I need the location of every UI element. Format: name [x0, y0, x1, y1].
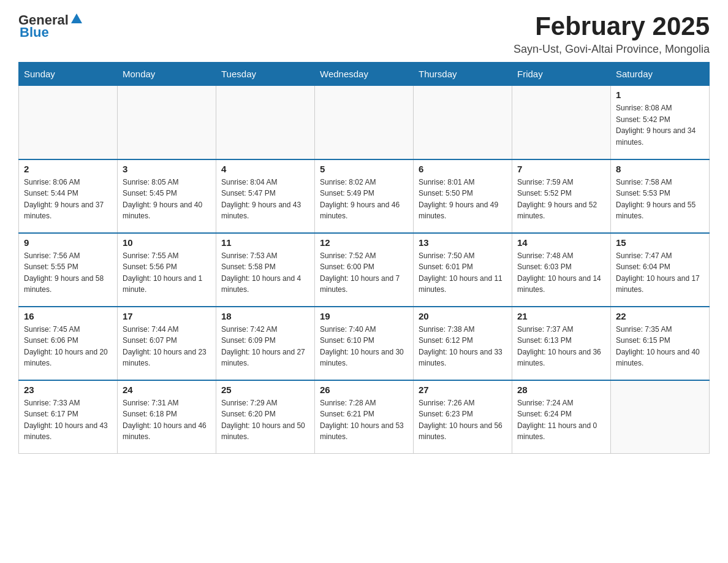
- calendar-cell: [19, 86, 118, 159]
- day-number: 9: [24, 237, 112, 248]
- day-info: Sunrise: 7:52 AMSunset: 6:00 PMDaylight:…: [320, 250, 408, 296]
- day-number: 24: [123, 385, 211, 395]
- calendar-week-row: 2Sunrise: 8:06 AMSunset: 5:44 PMDaylight…: [19, 159, 710, 233]
- day-info: Sunrise: 7:55 AMSunset: 5:56 PMDaylight:…: [123, 250, 211, 296]
- calendar-week-row: 9Sunrise: 7:56 AMSunset: 5:55 PMDaylight…: [19, 233, 710, 307]
- calendar-cell: 24Sunrise: 7:31 AMSunset: 6:18 PMDayligh…: [118, 380, 216, 454]
- calendar-cell: 5Sunrise: 8:02 AMSunset: 5:49 PMDaylight…: [315, 159, 414, 233]
- calendar-header-friday: Friday: [512, 63, 611, 86]
- calendar-cell: 2Sunrise: 8:06 AMSunset: 5:44 PMDaylight…: [19, 159, 118, 233]
- day-info: Sunrise: 7:47 AMSunset: 6:04 PMDaylight:…: [616, 250, 704, 296]
- calendar-cell: 8Sunrise: 7:58 AMSunset: 5:53 PMDaylight…: [611, 159, 710, 233]
- calendar-cell: 15Sunrise: 7:47 AMSunset: 6:04 PMDayligh…: [611, 233, 710, 307]
- logo: General Blue: [18, 12, 83, 40]
- calendar-cell: [315, 86, 414, 159]
- calendar-header-row: SundayMondayTuesdayWednesdayThursdayFrid…: [19, 63, 710, 86]
- day-number: 6: [419, 164, 507, 174]
- day-info: Sunrise: 7:45 AMSunset: 6:06 PMDaylight:…: [24, 324, 112, 369]
- calendar-cell: 23Sunrise: 7:33 AMSunset: 6:17 PMDayligh…: [19, 380, 118, 454]
- day-info: Sunrise: 8:05 AMSunset: 5:45 PMDaylight:…: [123, 177, 211, 222]
- location-title: Sayn-Ust, Govi-Altai Province, Mongolia: [514, 43, 710, 56]
- calendar-cell: 9Sunrise: 7:56 AMSunset: 5:55 PMDaylight…: [19, 233, 118, 307]
- calendar-cell: 1Sunrise: 8:08 AMSunset: 5:42 PMDaylight…: [611, 86, 710, 159]
- svg-marker-0: [71, 13, 82, 23]
- page-header: General Blue February 2025 Sayn-Ust, Gov…: [18, 12, 710, 56]
- logo-icon: [70, 12, 83, 26]
- calendar-cell: [611, 380, 710, 454]
- calendar-cell: 6Sunrise: 8:01 AMSunset: 5:50 PMDaylight…: [414, 159, 512, 233]
- day-number: 1: [616, 90, 704, 100]
- calendar-week-row: 1Sunrise: 8:08 AMSunset: 5:42 PMDaylight…: [19, 86, 710, 159]
- calendar-cell: 12Sunrise: 7:52 AMSunset: 6:00 PMDayligh…: [315, 233, 414, 307]
- calendar-header-monday: Monday: [118, 63, 216, 86]
- day-number: 10: [123, 237, 211, 248]
- calendar-cell: 16Sunrise: 7:45 AMSunset: 6:06 PMDayligh…: [19, 307, 118, 380]
- day-info: Sunrise: 7:35 AMSunset: 6:15 PMDaylight:…: [616, 324, 704, 369]
- calendar-cell: 19Sunrise: 7:40 AMSunset: 6:10 PMDayligh…: [315, 307, 414, 380]
- day-info: Sunrise: 7:48 AMSunset: 6:03 PMDaylight:…: [517, 250, 605, 296]
- calendar-week-row: 23Sunrise: 7:33 AMSunset: 6:17 PMDayligh…: [19, 380, 710, 454]
- calendar-cell: 3Sunrise: 8:05 AMSunset: 5:45 PMDaylight…: [118, 159, 216, 233]
- day-info: Sunrise: 7:40 AMSunset: 6:10 PMDaylight:…: [320, 324, 408, 369]
- day-number: 5: [320, 164, 408, 174]
- calendar-cell: 26Sunrise: 7:28 AMSunset: 6:21 PMDayligh…: [315, 380, 414, 454]
- day-number: 8: [616, 164, 704, 174]
- day-info: Sunrise: 7:50 AMSunset: 6:01 PMDaylight:…: [419, 250, 507, 296]
- day-number: 19: [320, 311, 408, 321]
- day-number: 26: [320, 385, 408, 395]
- day-number: 7: [517, 164, 605, 174]
- day-info: Sunrise: 8:02 AMSunset: 5:49 PMDaylight:…: [320, 177, 408, 222]
- calendar-cell: 20Sunrise: 7:38 AMSunset: 6:12 PMDayligh…: [414, 307, 512, 380]
- calendar-cell: 18Sunrise: 7:42 AMSunset: 6:09 PMDayligh…: [216, 307, 315, 380]
- day-number: 13: [419, 237, 507, 248]
- calendar-cell: [414, 86, 512, 159]
- day-number: 28: [517, 385, 605, 395]
- calendar-cell: [118, 86, 216, 159]
- title-block: February 2025 Sayn-Ust, Govi-Altai Provi…: [514, 12, 710, 56]
- day-number: 25: [221, 385, 309, 395]
- day-info: Sunrise: 7:58 AMSunset: 5:53 PMDaylight:…: [616, 177, 704, 222]
- day-number: 17: [123, 311, 211, 321]
- calendar-header-thursday: Thursday: [414, 63, 512, 86]
- calendar-table: SundayMondayTuesdayWednesdayThursdayFrid…: [18, 62, 710, 454]
- day-number: 3: [123, 164, 211, 174]
- day-info: Sunrise: 8:04 AMSunset: 5:47 PMDaylight:…: [221, 177, 309, 222]
- calendar-cell: 17Sunrise: 7:44 AMSunset: 6:07 PMDayligh…: [118, 307, 216, 380]
- day-number: 4: [221, 164, 309, 174]
- calendar-cell: [512, 86, 611, 159]
- day-info: Sunrise: 7:33 AMSunset: 6:17 PMDaylight:…: [24, 397, 112, 443]
- day-number: 15: [616, 237, 704, 248]
- day-number: 21: [517, 311, 605, 321]
- calendar-cell: 28Sunrise: 7:24 AMSunset: 6:24 PMDayligh…: [512, 380, 611, 454]
- day-info: Sunrise: 7:42 AMSunset: 6:09 PMDaylight:…: [221, 324, 309, 369]
- day-info: Sunrise: 7:26 AMSunset: 6:23 PMDaylight:…: [419, 397, 507, 443]
- day-number: 20: [419, 311, 507, 321]
- day-number: 18: [221, 311, 309, 321]
- calendar-cell: 4Sunrise: 8:04 AMSunset: 5:47 PMDaylight…: [216, 159, 315, 233]
- day-info: Sunrise: 7:29 AMSunset: 6:20 PMDaylight:…: [221, 397, 309, 443]
- calendar-header-saturday: Saturday: [611, 63, 710, 86]
- day-info: Sunrise: 7:31 AMSunset: 6:18 PMDaylight:…: [123, 397, 211, 443]
- calendar-cell: 13Sunrise: 7:50 AMSunset: 6:01 PMDayligh…: [414, 233, 512, 307]
- calendar-cell: 7Sunrise: 7:59 AMSunset: 5:52 PMDaylight…: [512, 159, 611, 233]
- calendar-cell: 25Sunrise: 7:29 AMSunset: 6:20 PMDayligh…: [216, 380, 315, 454]
- day-info: Sunrise: 7:56 AMSunset: 5:55 PMDaylight:…: [24, 250, 112, 296]
- calendar-cell: 14Sunrise: 7:48 AMSunset: 6:03 PMDayligh…: [512, 233, 611, 307]
- day-number: 16: [24, 311, 112, 321]
- day-number: 27: [419, 385, 507, 395]
- day-number: 22: [616, 311, 704, 321]
- calendar-cell: 11Sunrise: 7:53 AMSunset: 5:58 PMDayligh…: [216, 233, 315, 307]
- day-number: 14: [517, 237, 605, 248]
- calendar-cell: [216, 86, 315, 159]
- logo-text-blue: Blue: [20, 25, 49, 40]
- day-info: Sunrise: 7:44 AMSunset: 6:07 PMDaylight:…: [123, 324, 211, 369]
- day-number: 2: [24, 164, 112, 174]
- day-number: 23: [24, 385, 112, 395]
- day-info: Sunrise: 7:24 AMSunset: 6:24 PMDaylight:…: [517, 397, 605, 443]
- day-info: Sunrise: 8:08 AMSunset: 5:42 PMDaylight:…: [616, 102, 704, 148]
- month-title: February 2025: [514, 12, 710, 40]
- day-number: 12: [320, 237, 408, 248]
- day-info: Sunrise: 8:01 AMSunset: 5:50 PMDaylight:…: [419, 177, 507, 222]
- day-info: Sunrise: 7:53 AMSunset: 5:58 PMDaylight:…: [221, 250, 309, 296]
- calendar-header-tuesday: Tuesday: [216, 63, 315, 86]
